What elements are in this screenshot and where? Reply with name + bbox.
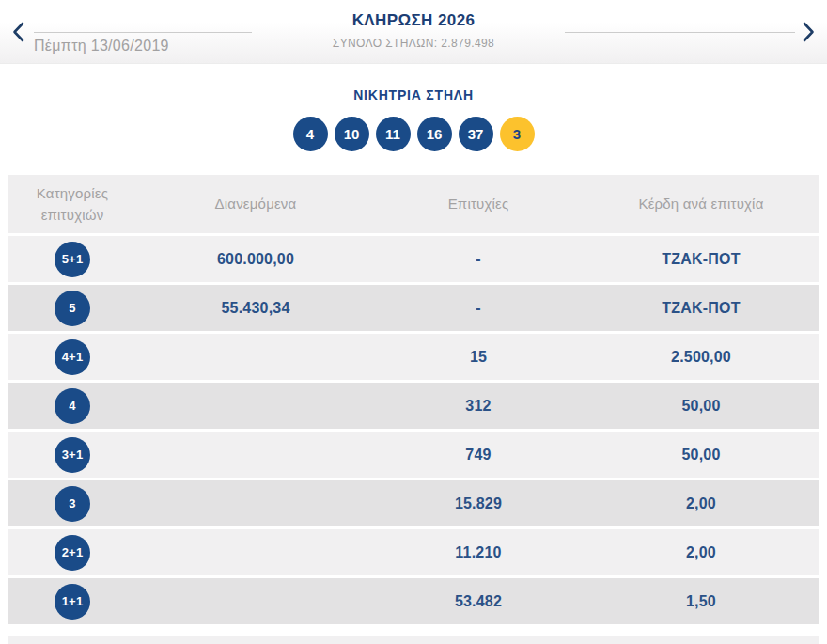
category-badge: 5: [55, 291, 90, 326]
table-row: 315.8292,00: [8, 480, 819, 526]
column-header-distributed: Διανεμόμενα: [137, 193, 374, 214]
winning-numbers: 4101116373: [0, 117, 827, 151]
draw-navigation-header: Πέμπτη 13/06/2019 ΚΛΗΡΩΣΗ 2026 ΣΥΝΟΛΟ ΣΤ…: [0, 0, 827, 64]
category-badge: 4: [55, 388, 90, 424]
column-header-prize: Κέρδη ανά επιτυχία: [583, 193, 819, 214]
table-row: 5+1600.000,00-ΤΖΑΚ-ΠΟΤ: [8, 236, 819, 282]
chevron-right-icon: [803, 22, 815, 42]
prize-value: 50,00: [583, 447, 819, 463]
table-row: 2+111.2102,00: [8, 529, 819, 575]
total-columns-label: ΣΥΝΟΛΟ ΣΤΗΛΩΝ: 2.879.498: [0, 37, 827, 50]
prize-value: 1,50: [583, 593, 819, 610]
next-draw-button[interactable]: [798, 20, 819, 44]
header-divider-right: [565, 32, 795, 33]
winners-value: -: [374, 251, 583, 268]
winning-number-ball: 16: [417, 117, 452, 151]
draw-title: ΚΛΗΡΩΣΗ 2026: [0, 11, 827, 30]
category-badge: 1+1: [55, 584, 90, 620]
results-table-header: Κατηγορίες επιτυχιών Διανεμόμενα Επιτυχί…: [8, 175, 819, 233]
winners-value: 312: [374, 398, 583, 415]
winners-value: -: [374, 300, 583, 317]
prize-value: 2,00: [583, 495, 819, 512]
table-row: 431250,00: [8, 383, 819, 429]
prize-value: 2.500,00: [583, 349, 819, 366]
winning-column-title: ΝΙΚΗΤΡΙΑ ΣΤΗΛΗ: [0, 87, 827, 102]
winners-value: 15: [374, 349, 583, 366]
winning-number-ball: 10: [335, 117, 369, 151]
prize-value: 2,00: [583, 544, 819, 561]
category-badge: 3+1: [55, 437, 90, 473]
category-badge: 5+1: [55, 242, 90, 277]
category-badge: 3: [55, 486, 90, 522]
table-row: 555.430,34-ΤΖΑΚ-ΠΟΤ: [8, 285, 819, 331]
distributed-value: 600.000,00: [137, 251, 374, 268]
winning-number-ball: 11: [376, 117, 411, 151]
distributed-value: 55.430,34: [137, 300, 374, 317]
winners-value: 53.482: [374, 593, 583, 610]
winners-value: 11.210: [374, 544, 583, 561]
winners-value: 749: [374, 447, 583, 463]
prize-value: ΤΖΑΚ-ΠΟΤ: [583, 300, 819, 317]
winning-number-ball: 4: [293, 117, 328, 151]
category-badge: 4+1: [55, 339, 90, 375]
next-section-partial-bar: [8, 636, 819, 644]
table-row: 4+1152.500,00: [8, 334, 819, 380]
column-header-categories: Κατηγορίες επιτυχιών: [8, 182, 137, 227]
prize-value: 50,00: [583, 398, 819, 415]
prize-value: ΤΖΑΚ-ΠΟΤ: [583, 251, 819, 268]
results-table: Κατηγορίες επιτυχιών Διανεμόμενα Επιτυχί…: [8, 175, 819, 624]
category-badge: 2+1: [55, 535, 90, 571]
table-row: 3+174950,00: [8, 432, 819, 478]
table-row: 1+153.4821,50: [8, 578, 819, 624]
results-table-body: 5+1600.000,00-ΤΖΑΚ-ΠΟΤ555.430,34-ΤΖΑΚ-ΠΟ…: [8, 236, 819, 624]
column-header-winners: Επιτυχίες: [374, 193, 583, 214]
bonus-number-ball: 3: [500, 117, 535, 151]
winning-number-ball: 37: [459, 117, 493, 151]
winners-value: 15.829: [374, 495, 583, 512]
